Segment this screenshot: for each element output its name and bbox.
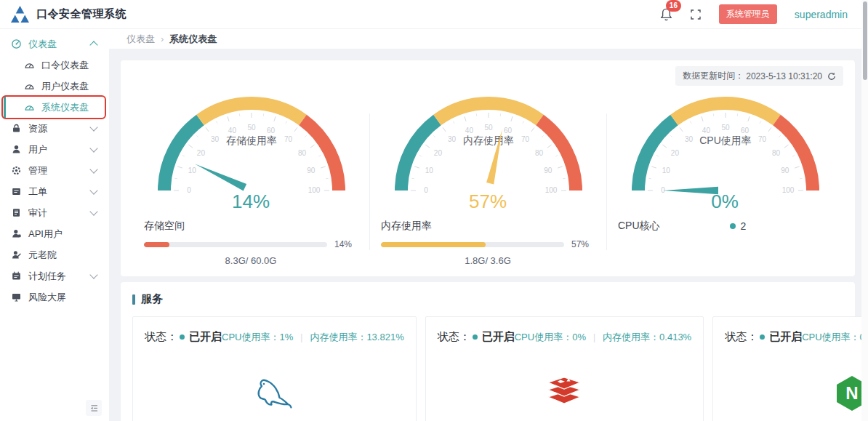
- services-panel: 服务 状态：已开启CPU使用率：1%|内存使用率：13.821%MySQL状态：…: [121, 282, 855, 421]
- svg-text:40: 40: [465, 127, 474, 135]
- sidebar-item-label: 系统仪表盘: [41, 101, 89, 114]
- chevron-down-icon: [89, 186, 97, 194]
- svg-text:80: 80: [535, 149, 544, 157]
- senate-icon: [11, 249, 22, 260]
- stat-block-cpu-usage: CPU核心2: [616, 220, 833, 233]
- sidebar-menu: 仪表盘口令仪表盘用户仪表盘系统仪表盘资源用户管理工单审计API用户元老院计划任务…: [0, 33, 109, 308]
- service-cpu-usage: CPU使用率：1%: [222, 331, 293, 344]
- sidebar-item-label: 计划任务: [28, 270, 66, 283]
- username[interactable]: superadmin: [795, 9, 848, 20]
- cpu-usage-gauge-chart: 0102030405060708090100CPU使用率: [616, 86, 835, 195]
- sidebar-collapse-button[interactable]: [86, 400, 102, 416]
- breadcrumb: 仪表盘 › 系统仪表盘: [109, 29, 868, 49]
- sidebar-item-work-orders[interactable]: 工单: [0, 181, 109, 202]
- service-memory-usage: 内存使用率：0.413%: [603, 331, 691, 344]
- lock-icon: [11, 123, 22, 134]
- screen-icon: [11, 292, 22, 302]
- app-root: { "app": { "title": "口令安全管理系统" }, "heade…: [0, 0, 868, 421]
- sidebar-item-user-dashboard[interactable]: 用户仪表盘: [0, 76, 109, 97]
- stat-block-memory-usage: 内存使用率57%1.8G/ 3.6G: [379, 220, 596, 266]
- svg-text:10: 10: [425, 167, 434, 175]
- gauge-panel-cpu-usage: 0102030405060708090100CPU使用率0%CPU核心2: [606, 86, 843, 266]
- svg-text:0: 0: [661, 186, 665, 194]
- separator: |: [300, 332, 302, 342]
- stat-detail: 8.3G/ 60.0G: [144, 255, 358, 266]
- section-marker: [132, 294, 135, 305]
- svg-text:存储使用率: 存储使用率: [226, 135, 277, 146]
- svg-text:70: 70: [758, 135, 767, 143]
- gauge-icon: [24, 102, 35, 113]
- svg-text:30: 30: [211, 135, 220, 143]
- dashboard-icon: [11, 39, 22, 49]
- svg-text:60: 60: [267, 127, 276, 135]
- gear-icon: [11, 165, 22, 176]
- update-time-label: 数据更新时间：: [683, 70, 744, 82]
- sidebar-item-users[interactable]: 用户: [0, 139, 109, 160]
- svg-text:60: 60: [741, 127, 750, 135]
- service-card-redis: 状态：已开启CPU使用率：0%|内存使用率：0.413%Redis: [425, 316, 704, 421]
- progress-fill: [144, 242, 169, 247]
- sidebar-item-label: 审计: [28, 207, 47, 220]
- status-label: 状态：: [145, 330, 177, 344]
- stat-value: 2: [730, 220, 747, 232]
- sidebar-item-label: 仪表盘: [28, 38, 57, 51]
- svg-text:70: 70: [521, 135, 530, 143]
- sidebar-item-password-dashboard[interactable]: 口令仪表盘: [0, 55, 109, 76]
- sidebar-item-system-dashboard[interactable]: 系统仪表盘: [0, 97, 109, 118]
- nginx-logo-icon: N: [725, 370, 868, 412]
- sidebar-item-label: 管理: [28, 164, 47, 177]
- services-title: 服务: [141, 292, 163, 306]
- service-cpu-usage: CPU使用率：0%: [802, 331, 868, 344]
- service-cpu-usage: CPU使用率：0%: [515, 331, 586, 344]
- svg-text:80: 80: [298, 149, 307, 157]
- fullscreen-icon[interactable]: [690, 9, 702, 20]
- cpu-usage-value: 0%: [616, 192, 833, 211]
- breadcrumb-parent[interactable]: 仪表盘: [126, 33, 155, 46]
- svg-text:90: 90: [544, 167, 552, 175]
- stat-label: 内存使用率: [381, 220, 595, 233]
- svg-text:30: 30: [685, 135, 694, 143]
- sidebar-item-scheduled-tasks[interactable]: 计划任务: [0, 265, 109, 286]
- sidebar-item-label: API用户: [28, 228, 63, 241]
- sidebar-item-resources[interactable]: 资源: [0, 118, 109, 139]
- status-value: 已开启: [482, 330, 515, 344]
- scrollbar-track[interactable]: [861, 0, 868, 421]
- active-indicator-bar: [4, 96, 6, 119]
- service-status-row: 状态：已开启CPU使用率：0%|内存使用率：0.413%: [438, 330, 691, 344]
- chevron-down-icon: [89, 123, 97, 131]
- breadcrumb-current: 系统仪表盘: [169, 33, 217, 46]
- sidebar-item-management[interactable]: 管理: [0, 160, 109, 181]
- service-cards: 状态：已开启CPU使用率：1%|内存使用率：13.821%MySQL状态：已开启…: [132, 316, 843, 421]
- sidebar-item-risk-screen[interactable]: 风险大屏: [0, 286, 109, 308]
- chevron-up-icon: [89, 41, 97, 49]
- top-header: 口令安全管理系统 16 系统管理员 superadmin: [0, 0, 868, 29]
- main-area: 仪表盘 › 系统仪表盘 数据更新时间： 2023-5-13 10:31:20 0…: [109, 29, 868, 421]
- breadcrumb-separator: ›: [161, 33, 164, 44]
- sidebar-item-senate[interactable]: 元老院: [0, 244, 109, 265]
- app-logo-icon: [10, 5, 30, 23]
- status-value: 已开启: [189, 330, 222, 344]
- storage-usage-gauge-chart: 0102030405060708090100存储使用率: [142, 86, 361, 195]
- notification-bell-icon[interactable]: 16: [660, 7, 672, 21]
- sidebar-item-dashboard[interactable]: 仪表盘: [0, 33, 109, 55]
- svg-text:100: 100: [545, 186, 558, 194]
- svg-text:50: 50: [721, 124, 730, 132]
- progress-percent: 14%: [334, 239, 358, 249]
- api-user-icon: [11, 228, 22, 239]
- role-badge[interactable]: 系统管理员: [719, 4, 777, 24]
- svg-text:0: 0: [187, 186, 191, 194]
- sidebar-item-audit[interactable]: 审计: [0, 202, 109, 223]
- scrollbar-thumb[interactable]: [863, 1, 867, 80]
- user-icon: [11, 144, 22, 155]
- sidebar-item-api-users[interactable]: API用户: [0, 223, 109, 244]
- svg-text:30: 30: [448, 135, 457, 143]
- status-value: 已开启: [769, 330, 802, 344]
- header-actions: 16 系统管理员 superadmin: [660, 4, 848, 24]
- status-dot-icon: [180, 334, 185, 340]
- stat-label: 存储空间: [144, 220, 358, 233]
- svg-text:70: 70: [284, 135, 293, 143]
- svg-text:50: 50: [484, 124, 493, 132]
- refresh-icon[interactable]: [827, 72, 836, 81]
- value-dot-icon: [730, 223, 736, 229]
- chevron-down-icon: [89, 144, 97, 152]
